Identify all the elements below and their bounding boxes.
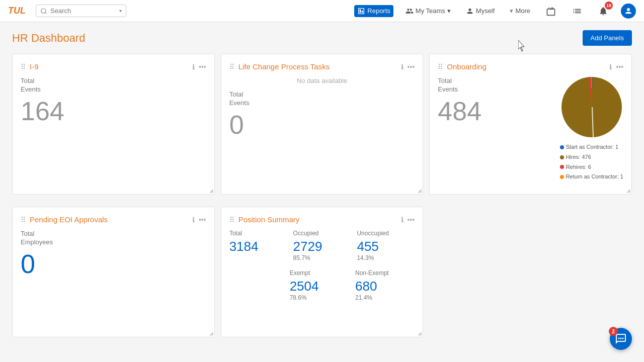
svg-line-1 [45, 12, 47, 14]
life-change-more-icon[interactable]: ••• [408, 63, 415, 71]
position-unoccupied-col: Unoccupied 455 14.3% [357, 230, 415, 261]
position-total-col: Total 3184 [229, 230, 287, 261]
i9-drag-icon[interactable]: ⠿ [21, 63, 26, 70]
legend-dot-hires [560, 155, 564, 159]
life-change-panel-header: ⠿ Life Change Process Tasks ℹ ••• [229, 62, 415, 71]
i9-panel-title: I-9 [30, 62, 188, 71]
position-exempt-pct: 78.6% [290, 294, 349, 301]
pending-eoi-info-icon[interactable]: ℹ [192, 216, 195, 224]
life-change-drag-icon[interactable]: ⠿ [229, 63, 234, 70]
position-exempt-label: Exempt [290, 269, 349, 277]
notifications-btn[interactable]: 19 [595, 3, 612, 20]
position-summary-info-icon[interactable]: ℹ [401, 216, 404, 224]
position-non-exempt-col: Non-Exempt 680 21.4% [355, 269, 415, 301]
search-dropdown-icon[interactable]: ▾ [119, 8, 122, 14]
navbar-right: Reports My Teams ▾ Myself ▾ More 19 [354, 3, 636, 20]
dashboard-bottom-grid: ⠿ Pending EOI Approvals ℹ ••• Total Empl… [12, 207, 632, 337]
life-change-no-data: No data available [229, 77, 415, 84]
onboarding-panel: ⠿ Onboarding ℹ ••• Total Events 484 [429, 54, 632, 195]
myself-nav-item[interactable]: Myself [463, 5, 498, 17]
reports-nav-item[interactable]: Reports [354, 5, 393, 17]
myself-icon [466, 7, 474, 15]
position-non-exempt-label: Non-Exempt [355, 269, 415, 277]
position-total-value: 3184 [229, 239, 287, 254]
i9-stat-value: 164 [21, 98, 206, 124]
life-change-resize-handle[interactable]: ◢ [418, 188, 422, 193]
pending-eoi-drag-icon[interactable]: ⠿ [21, 216, 26, 223]
svg-point-5 [622, 338, 624, 339]
life-change-info-icon[interactable]: ℹ [401, 63, 404, 71]
more-chevron-icon: ▾ [510, 7, 513, 15]
more-label: More [515, 7, 530, 15]
onboarding-resize-handle[interactable]: ◢ [626, 188, 630, 193]
legend-dot-return-contractor [560, 175, 564, 179]
pending-eoi-total-label: Total Employees [21, 230, 206, 247]
avatar-icon [624, 7, 633, 16]
legend-label-rehires: Rehires: 6 [566, 162, 591, 172]
pending-eoi-more-icon[interactable]: ••• [199, 216, 206, 224]
position-unoccupied-pct: 14.3% [357, 254, 415, 261]
search-input[interactable] [50, 7, 116, 15]
position-occupied-col: Occupied 2729 85.7% [293, 230, 351, 261]
onboarding-left: Total Events 484 [438, 77, 553, 124]
position-exempt-value: 2504 [290, 279, 349, 294]
legend-dot-contractor [560, 145, 564, 149]
my-teams-label: My Teams [416, 7, 445, 15]
life-change-panel-title: Life Change Process Tasks [238, 62, 397, 71]
position-occupied-value: 2729 [293, 239, 351, 254]
user-avatar[interactable] [621, 4, 636, 19]
onboarding-pie-chart [561, 77, 622, 137]
legend-label-contractor: Start as Contractor: 1 [566, 142, 619, 152]
legend-item-hires: Hires: 476 [560, 152, 623, 162]
my-teams-icon [406, 7, 414, 15]
my-teams-nav-item[interactable]: My Teams ▾ [403, 5, 454, 17]
onboarding-right: Start as Contractor: 1 Hires: 476 Rehire… [560, 77, 623, 182]
gift-icon-btn[interactable] [542, 3, 559, 20]
onboarding-info-icon[interactable]: ℹ [609, 63, 612, 71]
life-change-stat-value: 0 [229, 112, 415, 138]
dashboard-top-grid: ⠿ I-9 ℹ ••• Total Events 164 ◢ ⠿ Life Ch… [12, 54, 632, 201]
legend-label-hires: Hires: 476 [566, 152, 591, 162]
myself-label: Myself [476, 7, 495, 15]
pending-eoi-panel: ⠿ Pending EOI Approvals ℹ ••• Total Empl… [12, 207, 215, 337]
position-top-row: Total 3184 Occupied 2729 85.7% Unoccupie… [229, 230, 415, 261]
page-content: HR Dashboard Add Panels ⠿ I-9 ℹ ••• Tota… [0, 22, 644, 345]
svg-point-3 [618, 338, 620, 339]
position-summary-panel-title: Position Summary [238, 215, 397, 224]
position-summary-more-icon[interactable]: ••• [408, 216, 415, 224]
more-nav-item[interactable]: ▾ More [507, 5, 533, 17]
chat-bubble-badge: 2 [609, 327, 618, 336]
onboarding-panel-header: ⠿ Onboarding ℹ ••• [438, 62, 623, 71]
svg-point-2 [627, 8, 630, 11]
search-bar[interactable]: ▾ [36, 5, 126, 17]
i9-more-icon[interactable]: ••• [199, 63, 206, 71]
position-summary-resize-handle[interactable]: ◢ [418, 330, 422, 336]
pie-legend: Start as Contractor: 1 Hires: 476 Rehire… [560, 142, 623, 182]
i9-total-label: Total Events [21, 77, 206, 94]
i9-resize-handle[interactable]: ◢ [209, 188, 213, 193]
onboarding-content: Total Events 484 [438, 77, 623, 182]
svg-point-4 [620, 338, 622, 339]
list-icon [572, 6, 582, 16]
notifications-badge: 19 [605, 2, 613, 10]
add-panels-button[interactable]: Add Panels [583, 30, 632, 46]
position-occupied-pct: 85.7% [293, 254, 351, 261]
position-unoccupied-value: 455 [357, 239, 415, 254]
position-bottom-row: Exempt 2504 78.6% Non-Exempt 680 21.4% [229, 269, 415, 301]
legend-item-return-contractor: Return as Contractor: 1 [560, 172, 623, 182]
onboarding-drag-icon[interactable]: ⠿ [438, 63, 443, 70]
list-icon-btn[interactable] [569, 3, 586, 20]
life-change-total-label: Total Events [229, 90, 415, 108]
reports-label: Reports [367, 7, 390, 15]
position-summary-drag-icon[interactable]: ⠿ [229, 216, 234, 223]
search-icon [40, 8, 47, 15]
onboarding-panel-title: Onboarding [447, 62, 605, 71]
page-header: HR Dashboard Add Panels [12, 30, 632, 46]
i9-panel: ⠿ I-9 ℹ ••• Total Events 164 ◢ [12, 54, 215, 195]
my-teams-chevron: ▾ [447, 7, 451, 15]
i9-info-icon[interactable]: ℹ [192, 63, 195, 71]
position-exempt-col: Exempt 2504 78.6% [290, 269, 349, 301]
pending-eoi-resize-handle[interactable]: ◢ [209, 330, 213, 336]
legend-dot-rehires [560, 165, 564, 169]
onboarding-more-icon[interactable]: ••• [616, 63, 623, 71]
